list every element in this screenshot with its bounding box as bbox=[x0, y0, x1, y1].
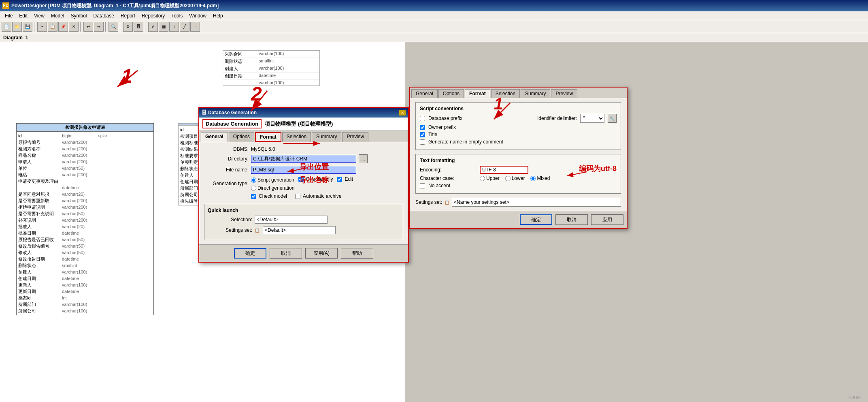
ql-settings-input[interactable] bbox=[263, 226, 336, 234]
dbgen-close-btn[interactable]: ✕ bbox=[399, 110, 406, 115]
menu-window[interactable]: Window bbox=[186, 12, 210, 19]
radio-script-label: Script generation bbox=[257, 177, 294, 183]
radio-lower-label: Lower bbox=[512, 175, 525, 181]
menu-help[interactable]: Help bbox=[210, 12, 226, 19]
owner-prefix-label: Owner prefix bbox=[428, 124, 456, 130]
diagram-tab[interactable]: Diagram_1 bbox=[0, 33, 868, 42]
undo-btn[interactable]: ↩ bbox=[83, 22, 93, 32]
menu-edit[interactable]: Edit bbox=[16, 12, 31, 19]
checkmodel-label: Check model bbox=[259, 193, 287, 199]
menu-model[interactable]: Model bbox=[48, 12, 68, 19]
ql-selection-label: Selection: bbox=[208, 217, 252, 222]
dbgen-tab-general[interactable]: General bbox=[201, 132, 228, 142]
format-ok-btn[interactable]: 确定 bbox=[520, 214, 552, 225]
ql-settings-label: Settings set: bbox=[208, 227, 252, 233]
radio-direct-input[interactable] bbox=[251, 186, 256, 191]
checkmodel-row: Check model bbox=[251, 193, 287, 199]
gen-name-checkbox[interactable] bbox=[420, 139, 425, 145]
gen-name-label: Generate name in empty comment bbox=[428, 139, 503, 145]
num1-right-arrow bbox=[486, 99, 526, 123]
db-btn[interactable]: 🗄 bbox=[134, 22, 143, 32]
toolbar-sep3 bbox=[105, 22, 107, 32]
menu-repository[interactable]: Repository bbox=[138, 12, 168, 19]
format-cancel-btn[interactable]: 取消 bbox=[555, 214, 588, 225]
radio-script-input[interactable] bbox=[251, 177, 256, 183]
radio-mixed-input[interactable] bbox=[530, 176, 536, 181]
menu-view[interactable]: View bbox=[31, 12, 48, 19]
owner-prefix-checkbox[interactable] bbox=[420, 125, 425, 130]
radio-upper-input[interactable] bbox=[480, 176, 485, 181]
format-apply-btn[interactable]: 应用 bbox=[591, 214, 623, 225]
table-row: 申请变更事项及理由 bbox=[18, 178, 152, 184]
edit-checkbox[interactable] bbox=[337, 177, 342, 182]
menu-database[interactable]: Database bbox=[90, 12, 117, 19]
radio-direct[interactable]: Direct generation bbox=[251, 185, 353, 191]
arrow-btn[interactable]: → bbox=[190, 22, 200, 32]
radio-upper[interactable]: Upper bbox=[480, 175, 500, 181]
format-tab-options[interactable]: Options bbox=[438, 89, 464, 98]
id-delim-label: Identifier delimiter: bbox=[537, 115, 577, 121]
menu-report[interactable]: Report bbox=[117, 12, 138, 19]
char-case-options: Upper Lower Mixed bbox=[480, 175, 550, 181]
edit-check-row: Edit bbox=[337, 176, 353, 182]
title-checkbox[interactable] bbox=[420, 132, 425, 137]
dbgen-header-subtitle: 项目物理模型 (项目物理模型) bbox=[265, 120, 333, 128]
line-btn[interactable]: ╱ bbox=[180, 22, 189, 32]
encoding-note: 编码为utf-8 bbox=[579, 164, 617, 173]
title-label: Title bbox=[428, 132, 437, 137]
checkmodel-checkbox[interactable] bbox=[251, 194, 256, 199]
dbgen-tab-format[interactable]: Format bbox=[255, 132, 281, 142]
autoarchive-checkbox[interactable] bbox=[295, 194, 300, 199]
dbgen-cancel-btn[interactable]: 取消 bbox=[270, 248, 302, 259]
format-tab-summary[interactable]: Summary bbox=[521, 89, 550, 98]
text-btn[interactable]: T bbox=[169, 22, 179, 32]
new-btn[interactable]: 📄 bbox=[2, 22, 11, 32]
radio-lower-input[interactable] bbox=[505, 176, 511, 181]
toolbar-sep2 bbox=[80, 22, 82, 32]
table-row: 补充说明varchar(200) bbox=[18, 217, 152, 223]
format-tab-preview[interactable]: Preview bbox=[551, 89, 577, 98]
cut-btn[interactable]: ✂ bbox=[37, 22, 47, 32]
toolbar-sep5 bbox=[145, 22, 147, 32]
menu-tools[interactable]: Tools bbox=[168, 12, 186, 19]
copy-btn[interactable]: 📋 bbox=[48, 22, 57, 32]
find-btn[interactable]: 🔍 bbox=[108, 22, 118, 32]
dbgen-help-btn[interactable]: 帮助 bbox=[341, 248, 373, 259]
redo-btn[interactable]: ↪ bbox=[94, 22, 104, 32]
paste-btn[interactable]: 📌 bbox=[58, 22, 68, 32]
dbgen-apply-btn[interactable]: 应用(A) bbox=[305, 248, 338, 259]
no-accent-checkbox[interactable] bbox=[420, 183, 425, 188]
encoding-input[interactable] bbox=[480, 166, 528, 174]
save-btn[interactable]: 💾 bbox=[23, 22, 32, 32]
table-row: 原报告编号varchar(200) bbox=[18, 139, 152, 145]
annotation-arrow1: 1 bbox=[121, 65, 132, 87]
id-delim-btn[interactable]: 🔧 bbox=[608, 114, 617, 123]
settings-set-icon: 📋 bbox=[445, 200, 449, 205]
dbms-label: DBMS: bbox=[204, 146, 249, 152]
dbgen-tab-preview[interactable]: Preview bbox=[342, 132, 368, 142]
ql-selection-input[interactable] bbox=[255, 216, 328, 224]
table-row: 单位varchar(50) bbox=[18, 165, 152, 171]
char-case-label: Character case: bbox=[420, 175, 477, 181]
table-btn[interactable]: ▦ bbox=[159, 22, 168, 32]
gen-btn[interactable]: ⚙ bbox=[123, 22, 133, 32]
delete-btn[interactable]: ✕ bbox=[69, 22, 79, 32]
dbgen-header-title: Database Generation bbox=[202, 119, 262, 128]
settings-set-input[interactable] bbox=[452, 198, 621, 207]
dbgen-tab-options[interactable]: Options bbox=[229, 132, 254, 142]
directory-browse-btn[interactable]: ... bbox=[359, 154, 368, 163]
format-tab-general[interactable]: General bbox=[411, 89, 438, 98]
table-row: 原报告是否已回收varchar(50) bbox=[18, 236, 152, 243]
menu-symbol[interactable]: Symbol bbox=[68, 12, 90, 19]
radio-lower[interactable]: Lower bbox=[505, 175, 525, 181]
format-tab-format[interactable]: Format bbox=[465, 89, 490, 98]
menu-file[interactable]: File bbox=[2, 12, 16, 19]
open-btn[interactable]: 📁 bbox=[12, 22, 22, 32]
check-btn[interactable]: ✔ bbox=[148, 22, 158, 32]
radio-script[interactable]: Script generation bbox=[251, 177, 294, 183]
radio-mixed[interactable]: Mixed bbox=[530, 175, 550, 181]
id-delim-select[interactable]: " [ bbox=[580, 114, 604, 123]
db-prefix-checkbox[interactable] bbox=[420, 116, 425, 121]
toolbar: 📄 📁 💾 ✂ 📋 📌 ✕ ↩ ↪ 🔍 ⚙ 🗄 ✔ ▦ T ╱ → bbox=[0, 20, 868, 33]
dbgen-ok-btn[interactable]: 确定 bbox=[234, 248, 266, 259]
